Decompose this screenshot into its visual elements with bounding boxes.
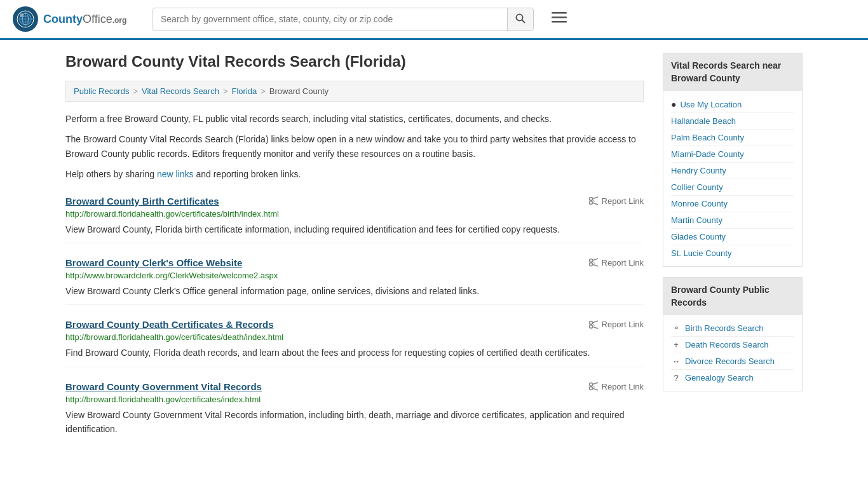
logo-county: County xyxy=(43,13,83,25)
report-link-btn-3[interactable]: Report Link xyxy=(588,381,644,391)
use-my-location-link[interactable]: Use My Location xyxy=(680,100,742,109)
breadcrumb-public-records[interactable]: Public Records xyxy=(74,86,129,96)
report-link-btn-0[interactable]: Report Link xyxy=(588,196,644,206)
logo-domain: .org xyxy=(112,16,127,25)
svg-line-30 xyxy=(592,388,598,390)
result-title-3[interactable]: Broward County Government Vital Records xyxy=(65,381,262,392)
svg-line-31 xyxy=(592,386,595,388)
result-header-1: Broward County Clerk's Office Website Re… xyxy=(65,257,644,268)
breadcrumb-vital-records[interactable]: Vital Records Search xyxy=(142,86,219,96)
scissors-icon-1 xyxy=(588,257,599,268)
pr-birth-records-link[interactable]: Birth Records Search xyxy=(685,323,764,333)
nearby-link-5[interactable]: Monroe County xyxy=(671,199,728,208)
result-title-2[interactable]: Broward County Death Certificates & Reco… xyxy=(65,319,274,330)
main-container: Broward County Vital Records Search (Flo… xyxy=(53,40,815,456)
svg-point-27 xyxy=(589,383,592,386)
nearby-link-1[interactable]: Palm Beach County xyxy=(671,133,744,142)
sidebar-nearby-3: Hendry County xyxy=(671,163,794,179)
nearby-link-2[interactable]: Miami-Dade County xyxy=(671,149,744,159)
cross-icon: + xyxy=(671,340,681,349)
sidebar-nearby-1: Palm Beach County xyxy=(671,130,794,146)
content-area: Broward County Vital Records Search (Flo… xyxy=(65,53,644,443)
nearby-link-6[interactable]: Martin County xyxy=(671,215,722,225)
scissors-icon-3 xyxy=(588,381,599,391)
sidebar-use-location[interactable]: ● Use My Location xyxy=(671,96,794,113)
svg-point-12 xyxy=(589,198,592,201)
svg-line-16 xyxy=(592,200,595,202)
svg-point-22 xyxy=(589,321,592,324)
pr-genealogy-link[interactable]: Genealogy Search xyxy=(685,373,754,383)
logo-area: CountyOffice.org xyxy=(13,6,140,32)
desc3-prefix: Help others by sharing xyxy=(65,169,157,179)
result-header-2: Broward County Death Certificates & Reco… xyxy=(65,319,644,330)
svg-point-18 xyxy=(589,263,592,266)
svg-point-17 xyxy=(589,259,592,262)
search-bar xyxy=(153,8,534,31)
result-header-3: Broward County Government Vital Records … xyxy=(65,381,644,392)
location-pin-icon: ● xyxy=(671,99,676,109)
pr-divorce-records-link[interactable]: Divorce Records Search xyxy=(685,356,775,366)
svg-line-14 xyxy=(592,197,598,199)
svg-rect-11 xyxy=(552,21,567,23)
svg-point-6 xyxy=(20,13,24,17)
report-link-btn-1[interactable]: Report Link xyxy=(588,257,644,268)
search-button[interactable] xyxy=(507,8,533,30)
logo-icon xyxy=(13,6,38,32)
description-1: Perform a free Broward County, FL public… xyxy=(65,112,644,126)
sidebar-public-records-section: Broward County Public Records ⚬ Birth Re… xyxy=(663,277,803,391)
svg-line-24 xyxy=(592,321,598,323)
sidebar-nearby-6: Martin County xyxy=(671,212,794,229)
description-2: The Broward County Vital Records Search … xyxy=(65,132,644,161)
person-icon: ⚬ xyxy=(671,323,681,333)
result-header-0: Broward County Birth Certificates Report… xyxy=(65,196,644,207)
sidebar-nearby-header: Vital Records Search near Broward County xyxy=(663,53,802,91)
result-item-2: Broward County Death Certificates & Reco… xyxy=(65,319,644,367)
breadcrumb-florida[interactable]: Florida xyxy=(232,86,257,96)
sidebar-pr-2: ↔ Divorce Records Search xyxy=(671,353,794,370)
svg-line-20 xyxy=(592,264,598,266)
nearby-link-0[interactable]: Hallandale Beach xyxy=(671,116,736,126)
result-title-1[interactable]: Broward County Clerk's Office Website xyxy=(65,257,242,268)
sidebar-nearby-5: Monroe County xyxy=(671,196,794,212)
svg-line-29 xyxy=(592,383,598,384)
nearby-link-8[interactable]: St. Lucie County xyxy=(671,248,731,258)
nearby-link-3[interactable]: Hendry County xyxy=(671,166,726,175)
logo-office: Office xyxy=(83,13,112,25)
svg-point-7 xyxy=(517,14,523,20)
desc3-suffix: and reporting broken links. xyxy=(194,169,301,179)
sidebar-nearby-8: St. Lucie County xyxy=(671,245,794,261)
sidebar-nearby-2: Miami-Dade County xyxy=(671,146,794,163)
svg-point-23 xyxy=(589,325,592,328)
sidebar-pr-0: ⚬ Birth Records Search xyxy=(671,320,794,337)
svg-point-28 xyxy=(589,387,592,390)
result-desc-1: View Broward County Clerk's Office gener… xyxy=(65,284,644,298)
report-link-btn-2[interactable]: Report Link xyxy=(588,320,644,330)
result-desc-0: View Broward County, Florida birth certi… xyxy=(65,222,644,236)
sidebar-nearby-0: Hallandale Beach xyxy=(671,113,794,130)
sidebar-pr-3: ? Genealogy Search xyxy=(671,370,794,386)
svg-line-21 xyxy=(592,262,595,264)
description-3: Help others by sharing new links and rep… xyxy=(65,167,644,181)
result-title-0[interactable]: Broward County Birth Certificates xyxy=(65,196,219,207)
result-url-0: http://broward.floridahealth.gov/certifi… xyxy=(65,209,644,219)
breadcrumb: Public Records > Vital Records Search > … xyxy=(65,81,644,102)
new-links-link[interactable]: new links xyxy=(157,169,194,179)
report-link-label-3: Report Link xyxy=(602,382,644,391)
pr-death-records-link[interactable]: Death Records Search xyxy=(685,340,769,349)
report-link-label-0: Report Link xyxy=(602,196,644,206)
hamburger-icon xyxy=(552,10,567,25)
results-list: Broward County Birth Certificates Report… xyxy=(65,196,644,443)
svg-rect-10 xyxy=(552,17,567,18)
nearby-link-4[interactable]: Collier County xyxy=(671,182,723,192)
sidebar-nearby-body: ● Use My Location Hallandale Beach Palm … xyxy=(663,91,802,266)
breadcrumb-sep-2: > xyxy=(223,86,228,96)
scissors-icon-0 xyxy=(588,196,599,206)
nearby-link-7[interactable]: Glades County xyxy=(671,232,726,241)
page-title: Broward County Vital Records Search (Flo… xyxy=(65,53,644,71)
result-item-1: Broward County Clerk's Office Website Re… xyxy=(65,257,644,305)
result-desc-3: View Broward County Government Vital Rec… xyxy=(65,408,644,437)
svg-point-13 xyxy=(589,201,592,205)
breadcrumb-sep-1: > xyxy=(133,86,138,96)
search-input[interactable] xyxy=(153,9,507,29)
hamburger-menu-button[interactable] xyxy=(546,7,572,31)
